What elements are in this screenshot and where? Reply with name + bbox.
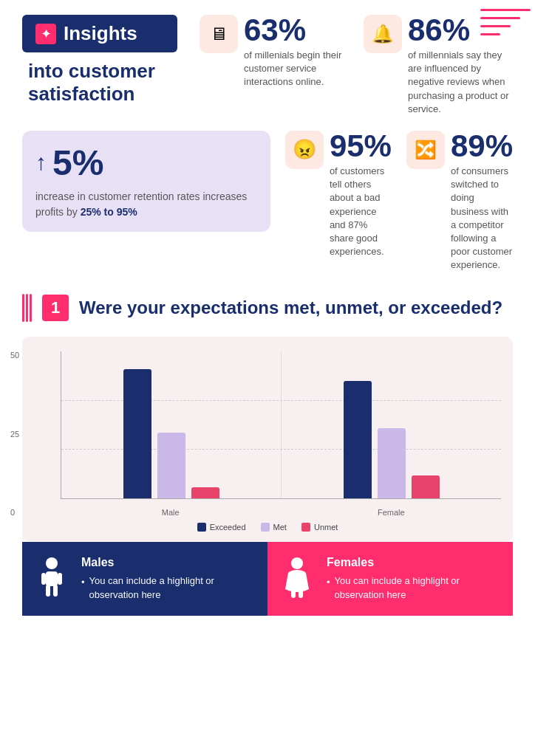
bar-male-met: [157, 433, 185, 499]
insights-label: Insights: [64, 22, 137, 45]
insights-block: ✦ Insights into customer satisfaction: [22, 15, 185, 106]
charts-wrapper: [61, 351, 501, 499]
stat-89-text: of consumers switched to doing business …: [451, 165, 513, 272]
female-person-icon: [279, 555, 315, 602]
chart-legend: Exceeded Met Unmet: [34, 523, 501, 532]
y-label-25: 25: [10, 430, 19, 439]
svg-rect-2: [41, 573, 46, 585]
stat-86-number: 86%: [408, 15, 513, 46]
male-card-content: Males • You can include a highlight or o…: [81, 556, 256, 602]
legend-unmet: Unmet: [301, 523, 338, 532]
chart-group-labels: Male Female: [61, 505, 501, 517]
stat-89-block: 🔀 89% of consumers switched to doing bus…: [406, 131, 513, 272]
bar-female-unmet: [412, 475, 440, 499]
legend-dot-unmet: [301, 523, 310, 532]
svg-point-6: [291, 557, 303, 569]
angry-face-icon: 😠: [285, 131, 324, 169]
svg-rect-1: [46, 571, 58, 586]
male-svg: [35, 557, 68, 601]
legend-met: Met: [261, 523, 287, 532]
female-card-content: Females • You can include a highlight or…: [327, 556, 501, 602]
male-card-title: Males: [81, 556, 256, 569]
label-male: Male: [61, 505, 281, 517]
chart-area: 50 25 0: [22, 337, 513, 542]
computer-icon: 🖥: [200, 15, 238, 53]
arrow-up-icon: ↑: [35, 150, 47, 175]
bar-male-unmet: [191, 487, 219, 499]
chart-group-male: [61, 351, 281, 498]
main-container: ✦ Insights into customer satisfaction 🖥 …: [0, 0, 535, 630]
legend-label-exceeded: Exceeded: [210, 523, 246, 532]
bar-female-met: [378, 428, 406, 499]
male-person-icon: [34, 555, 69, 602]
y-axis: 50 25 0: [10, 351, 19, 517]
stat-86-text: of millennials say they are influenced b…: [408, 49, 513, 116]
stat-63-block: 🖥 63% of millenials begin their customer…: [200, 15, 349, 89]
insights-subtitle: into customer satisfaction: [25, 60, 185, 106]
stat-95-content: 95% of customers tell others about a bad…: [330, 131, 392, 258]
retention-percent: 5%: [52, 142, 103, 183]
stat-95-text: of customers tell others about a bad exp…: [330, 165, 392, 258]
female-bullet-text: You can include a highlight or observati…: [335, 574, 501, 602]
middle-section: ↑ 5% increase in customer retention rate…: [22, 131, 513, 272]
label-female: Female: [282, 505, 502, 517]
svg-rect-7: [291, 589, 296, 598]
stat-63-text: of millenials begin their customer servi…: [244, 49, 349, 89]
y-label-50: 50: [10, 351, 19, 360]
top-section: ✦ Insights into customer satisfaction 🖥 …: [22, 15, 513, 116]
svg-rect-3: [58, 573, 62, 585]
retention-text: increase in customer retention rates inc…: [35, 189, 257, 220]
bullet-dot-female: •: [327, 575, 330, 590]
svg-point-0: [46, 557, 58, 569]
female-card-title: Females: [327, 556, 501, 569]
section-title: Were your expectations met, unmet, or ex…: [79, 298, 502, 318]
female-card-bullet: • You can include a highlight or observa…: [327, 574, 501, 602]
stat-95-number: 95%: [330, 131, 392, 162]
insights-subtitle-line2: satisfaction: [28, 83, 135, 105]
stat-63-content: 63% of millenials begin their customer s…: [244, 15, 349, 89]
insights-badge: ✦ Insights: [22, 15, 177, 52]
y-label-0: 0: [10, 509, 19, 517]
legend-label-met: Met: [273, 523, 287, 532]
retention-top: ↑ 5%: [35, 142, 257, 183]
bottom-card-male: Males • You can include a highlight or o…: [22, 542, 268, 616]
legend-exceeded: Exceeded: [197, 523, 246, 532]
bar-female-exceeded: [344, 381, 372, 498]
svg-rect-4: [46, 585, 50, 597]
chart-group-female: [282, 351, 501, 498]
vlines-deco: [22, 294, 32, 322]
legend-label-unmet: Unmet: [314, 523, 338, 532]
retention-bold: 25% to 95%: [81, 206, 137, 218]
stat-86-content: 86% of millennials say they are influenc…: [408, 15, 513, 116]
stat-63-number: 63%: [244, 15, 349, 46]
retention-block: ↑ 5% increase in customer retention rate…: [22, 131, 270, 232]
section-number: 1: [42, 295, 69, 321]
bottom-cards: Males • You can include a highlight or o…: [22, 542, 513, 616]
svg-rect-5: [53, 585, 58, 597]
bar-male-exceeded: [123, 369, 151, 498]
legend-dot-exceeded: [197, 523, 206, 532]
stat-95-block: 😠 95% of customers tell others about a b…: [285, 131, 392, 258]
stat-89-content: 89% of consumers switched to doing busin…: [451, 131, 513, 272]
shuffle-icon: 🔀: [406, 131, 445, 169]
section-header: 1 Were your expectations met, unmet, or …: [22, 294, 513, 322]
star-icon: ✦: [35, 24, 56, 44]
legend-dot-met: [261, 523, 270, 532]
female-svg: [281, 557, 313, 601]
bottom-card-female: Females • You can include a highlight or…: [268, 542, 513, 616]
stat-86-block: 🔔 86% of millennials say they are influe…: [364, 15, 513, 116]
bars-row-female: [344, 351, 440, 498]
bullet-dot-male: •: [81, 575, 85, 590]
stat-89-number: 89%: [451, 131, 513, 162]
bell-icon: 🔔: [364, 15, 402, 53]
bars-row-male: [123, 351, 219, 498]
male-card-bullet: • You can include a highlight or observa…: [81, 574, 256, 602]
male-bullet-text: You can include a highlight or observati…: [89, 574, 256, 602]
insights-subtitle-line1: into customer: [28, 60, 155, 82]
svg-rect-8: [299, 589, 303, 598]
